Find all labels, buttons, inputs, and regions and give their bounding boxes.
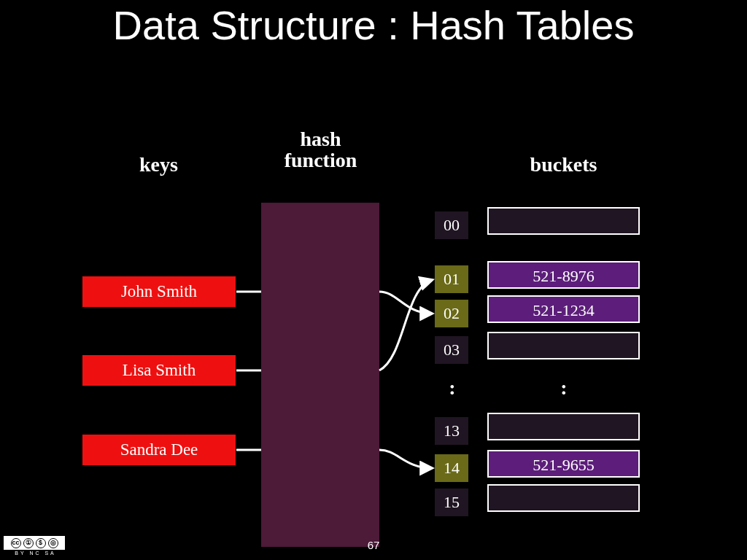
bucket-14: 521-9655 xyxy=(487,450,640,478)
bucket-index-03: 03 xyxy=(435,336,468,364)
bucket-00 xyxy=(487,207,640,235)
key-sandra-dee: Sandra Dee xyxy=(82,435,236,465)
bucket-15 xyxy=(487,484,640,512)
key-lisa-smith: Lisa Smith xyxy=(82,355,236,386)
cc-icon: cc xyxy=(11,538,21,548)
key-john-smith: John Smith xyxy=(82,276,236,307)
bucket-02: 521-1234 xyxy=(487,295,640,323)
bucket-index-00: 00 xyxy=(435,211,468,239)
bucket-03 xyxy=(487,332,640,359)
bucket-index-13: 13 xyxy=(435,417,468,445)
nc-icon: $ xyxy=(36,538,46,548)
cc-license-badge: cc ① $ ◎ BY NC SA xyxy=(3,535,66,557)
column-label-buckets: buckets xyxy=(496,153,631,176)
bucket-01: 521-8976 xyxy=(487,261,640,289)
bucket-13 xyxy=(487,413,640,440)
cc-text: BY NC SA xyxy=(4,550,65,556)
bucket-index-14: 14 xyxy=(435,454,468,482)
page-number: 67 xyxy=(0,539,747,551)
vdots-bucket: : xyxy=(553,376,575,400)
vdots-index: : xyxy=(441,376,463,400)
column-label-keys: keys xyxy=(95,153,222,176)
hash-label-line2: function xyxy=(249,149,392,171)
sa-icon: ◎ xyxy=(48,538,58,548)
hash-function-box xyxy=(261,203,379,547)
by-icon: ① xyxy=(23,538,34,548)
bucket-index-15: 15 xyxy=(435,489,468,516)
slide-title: Data Structure : Hash Tables xyxy=(0,0,747,48)
bucket-index-02: 02 xyxy=(435,300,468,327)
hash-label-line1: hash xyxy=(249,128,392,149)
bucket-index-01: 01 xyxy=(435,265,468,293)
column-label-hash: hash function xyxy=(249,128,392,171)
